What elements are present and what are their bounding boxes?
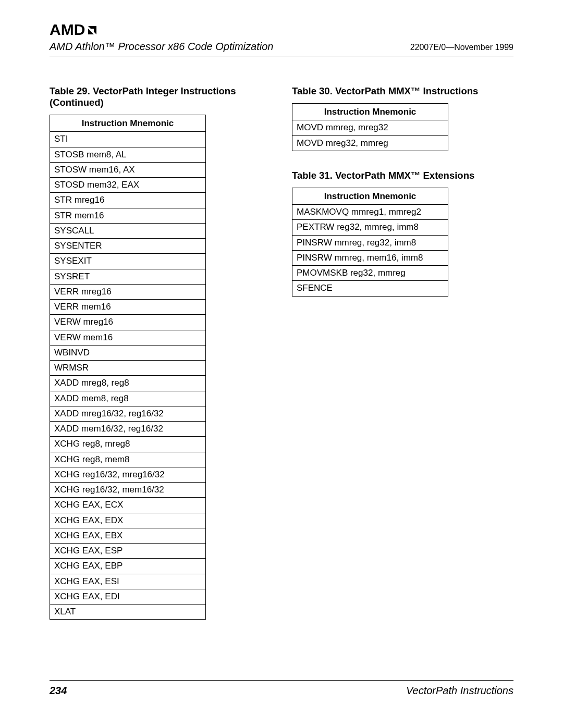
table-row: STR mem16 [50, 208, 206, 223]
table-cell: XADD mem16/32, reg16/32 [50, 422, 206, 437]
logo-arrow-icon [86, 23, 99, 39]
table-cell: XADD mreg8, reg8 [50, 376, 206, 391]
table-cell: SYSCALL [50, 223, 206, 238]
table-row: XADD mem16/32, reg16/32 [50, 422, 206, 437]
table-cell: VERW mreg16 [50, 315, 206, 330]
table-row: SYSCALL [50, 223, 206, 238]
table-row: XCHG reg8, mreg8 [50, 437, 206, 452]
table-row: XCHG EAX, EBP [50, 559, 206, 574]
table-row: STR mreg16 [50, 193, 206, 208]
table-cell: XCHG reg16/32, mem16/32 [50, 483, 206, 498]
table-cell: XADD mem8, reg8 [50, 391, 206, 406]
table-row: XCHG EAX, EBX [50, 528, 206, 543]
table-cell: PMOVMSKB reg32, mmreg [292, 266, 448, 281]
table-row: SYSRET [50, 269, 206, 284]
left-column: Table 29. VectorPath Integer Instruction… [50, 85, 271, 620]
table-cell: STR mem16 [50, 208, 206, 223]
table-row: STOSD mem32, EAX [50, 178, 206, 193]
table-row: VERW mem16 [50, 330, 206, 345]
table-cell: VERR mreg16 [50, 284, 206, 299]
table-cell: STOSB mem8, AL [50, 147, 206, 162]
table-row: XCHG EAX, ESI [50, 574, 206, 589]
table-row: SFENCE [292, 281, 448, 296]
footer-line: 234 VectorPath Instructions [50, 685, 513, 697]
content: Table 29. VectorPath Integer Instruction… [50, 85, 513, 620]
table30-block: Table 30. VectorPath MMX™ Instructions I… [292, 85, 513, 151]
table-row: VERW mreg16 [50, 315, 206, 330]
table29: Instruction Mnemonic STISTOSB mem8, ALST… [50, 115, 206, 620]
table-cell: SYSEXIT [50, 254, 206, 269]
table-row: STOSW mem16, AX [50, 162, 206, 177]
table-row: SYSEXIT [50, 254, 206, 269]
table-row: MOVD mreg32, mmreg [292, 135, 448, 151]
table-row: VERR mem16 [50, 300, 206, 315]
table-cell: STOSW mem16, AX [50, 162, 206, 177]
logo-text: AMD [50, 21, 85, 39]
table-row: XADD mem8, reg8 [50, 391, 206, 406]
right-column: Table 30. VectorPath MMX™ Instructions I… [292, 85, 513, 620]
footer-section: VectorPath Instructions [406, 685, 513, 697]
table-row: VERR mreg16 [50, 284, 206, 299]
table-row: PEXTRW reg32, mmreg, imm8 [292, 220, 448, 235]
table-cell: PINSRW mmreg, reg32, imm8 [292, 235, 448, 250]
table-row: STI [50, 132, 206, 147]
table-cell: XCHG reg16/32, mreg16/32 [50, 467, 206, 482]
table-row: XCHG reg8, mem8 [50, 452, 206, 467]
amd-logo: AMD [50, 21, 513, 39]
table-row: PINSRW mmreg, mem16, imm8 [292, 250, 448, 265]
table-cell: XCHG EAX, ESP [50, 544, 206, 559]
table31-caption: Table 31. VectorPath MMX™ Extensions [292, 170, 513, 181]
table-cell: SYSENTER [50, 239, 206, 254]
table-cell: XCHG EAX, ESI [50, 574, 206, 589]
table-row: SYSENTER [50, 239, 206, 254]
table-row: STOSB mem8, AL [50, 147, 206, 162]
table-row: XADD mreg16/32, reg16/32 [50, 406, 206, 421]
table-row: XCHG EAX, EDX [50, 513, 206, 528]
footer-rule [50, 680, 513, 681]
table-cell: XCHG reg8, mreg8 [50, 437, 206, 452]
table-cell: WRMSR [50, 361, 206, 376]
table-cell: STOSD mem32, EAX [50, 178, 206, 193]
table-row: WRMSR [50, 361, 206, 376]
table30-caption: Table 30. VectorPath MMX™ Instructions [292, 85, 513, 97]
table29-header: Instruction Mnemonic [50, 115, 206, 132]
header-rule [50, 56, 513, 56]
table-cell: XLAT [50, 604, 206, 620]
table-cell: SFENCE [292, 281, 448, 296]
table-cell: XADD mreg16/32, reg16/32 [50, 406, 206, 421]
table-cell: PEXTRW reg32, mmreg, imm8 [292, 220, 448, 235]
table-cell: XCHG EAX, EBX [50, 528, 206, 543]
table31-block: Table 31. VectorPath MMX™ Extensions Ins… [292, 170, 513, 297]
table-cell: MOVD mmreg, mreg32 [292, 120, 448, 135]
doc-title: AMD Athlon™ Processor x86 Code Optimizat… [50, 41, 273, 53]
table30: Instruction Mnemonic MOVD mmreg, mreg32M… [292, 103, 448, 151]
header: AMD Athlon™ Processor x86 Code Optimizat… [50, 41, 513, 53]
table-row: XCHG EAX, ECX [50, 498, 206, 513]
table30-header: Instruction Mnemonic [292, 104, 448, 120]
table-row: XLAT [50, 604, 206, 620]
table-row: PINSRW mmreg, reg32, imm8 [292, 235, 448, 250]
table-row: XCHG EAX, EDI [50, 589, 206, 604]
table-row: MASKMOVQ mmreg1, mmreg2 [292, 205, 448, 220]
table29-body: STISTOSB mem8, ALSTOSW mem16, AXSTOSD me… [50, 132, 206, 620]
table-row: WBINVD [50, 345, 206, 360]
table-cell: WBINVD [50, 345, 206, 360]
table31-body: MASKMOVQ mmreg1, mmreg2PEXTRW reg32, mmr… [292, 205, 448, 297]
table-cell: XCHG reg8, mem8 [50, 452, 206, 467]
table-row: XADD mreg8, reg8 [50, 376, 206, 391]
table-cell: VERR mem16 [50, 300, 206, 315]
table-row: MOVD mmreg, mreg32 [292, 120, 448, 135]
table-cell: SYSRET [50, 269, 206, 284]
table30-body: MOVD mmreg, mreg32MOVD mreg32, mmreg [292, 120, 448, 151]
table-cell: XCHG EAX, ECX [50, 498, 206, 513]
table-cell: MOVD mreg32, mmreg [292, 135, 448, 151]
table-cell: XCHG EAX, EDI [50, 589, 206, 604]
table-cell: MASKMOVQ mmreg1, mmreg2 [292, 205, 448, 220]
table-cell: PINSRW mmreg, mem16, imm8 [292, 250, 448, 265]
doc-id: 22007E/0—November 1999 [410, 43, 513, 52]
table-cell: STI [50, 132, 206, 147]
table-cell: STR mreg16 [50, 193, 206, 208]
table-row: XCHG reg16/32, mreg16/32 [50, 467, 206, 482]
table-row: PMOVMSKB reg32, mmreg [292, 266, 448, 281]
table31: Instruction Mnemonic MASKMOVQ mmreg1, mm… [292, 188, 448, 297]
